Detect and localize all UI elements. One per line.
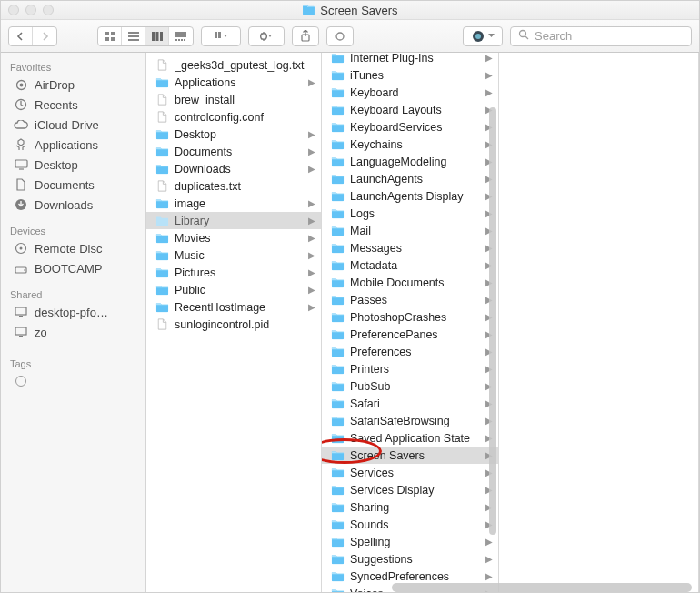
folder-icon: [331, 415, 345, 427]
list-item[interactable]: Music▶: [146, 246, 321, 264]
list-item[interactable]: Keychains▶: [322, 136, 498, 153]
svg-rect-7: [152, 32, 155, 41]
search-field[interactable]: Search: [510, 26, 692, 46]
svg-rect-4: [128, 32, 139, 34]
list-item[interactable]: Pictures▶: [146, 264, 321, 281]
list-item[interactable]: sunlogincontrol.pid: [146, 316, 321, 333]
list-item[interactable]: duplicates.txt: [146, 177, 321, 195]
svg-point-23: [475, 34, 481, 39]
item-label: Suggestions: [350, 553, 480, 566]
sidebar-item-bootcamp[interactable]: BOOTCAMP: [1, 258, 145, 278]
list-item[interactable]: brew_install: [146, 91, 321, 108]
list-item[interactable]: Internet Plug-Ins▶: [322, 53, 498, 66]
chevron-right-icon: ▶: [485, 571, 493, 581]
minimize-button[interactable]: [25, 5, 36, 15]
svg-rect-16: [218, 32, 221, 35]
list-view-button[interactable]: [122, 27, 145, 45]
icon-view-button[interactable]: [98, 27, 122, 45]
folder-icon: [331, 363, 345, 375]
share-button[interactable]: [292, 26, 319, 46]
sidebar-item-shared-1[interactable]: desktop-pfo…: [1, 302, 145, 322]
list-item[interactable]: image▶: [146, 195, 321, 212]
list-item[interactable]: Screen Savers▶: [322, 447, 498, 464]
scrollbar-vertical[interactable]: [489, 107, 496, 535]
sidebar-item-recents[interactable]: Recents: [1, 95, 145, 115]
item-label: PreferencePanes: [350, 328, 480, 341]
sidebar-item-shared-2[interactable]: zo: [1, 322, 145, 342]
sidebar-item-remote-disc[interactable]: Remote Disc: [1, 238, 145, 258]
list-item[interactable]: PubSub▶: [322, 377, 498, 395]
list-item[interactable]: PhotoshopCrashes▶: [322, 308, 498, 326]
list-item[interactable]: Printers▶: [322, 360, 498, 377]
sidebar-item-desktop[interactable]: Desktop: [1, 155, 145, 175]
search-icon: [518, 29, 529, 43]
folder-icon: [331, 553, 345, 565]
svg-rect-2: [105, 37, 109, 41]
list-item[interactable]: Logs▶: [322, 205, 498, 222]
gallery-view-button[interactable]: [169, 27, 193, 45]
list-item[interactable]: Sounds▶: [322, 516, 498, 533]
sidebar-item-apps[interactable]: Applications: [1, 135, 145, 155]
list-item[interactable]: Passes▶: [322, 291, 498, 308]
list-item[interactable]: KeyboardServices▶: [322, 118, 498, 136]
sidebar-item-icloud[interactable]: iCloud Drive: [1, 115, 145, 135]
list-item[interactable]: LaunchAgents Display▶: [322, 187, 498, 205]
list-item[interactable]: Desktop▶: [146, 126, 321, 143]
list-item[interactable]: Messages▶: [322, 239, 498, 256]
list-item[interactable]: Sharing▶: [322, 498, 498, 516]
item-label: Downloads: [175, 163, 303, 176]
list-item[interactable]: Downloads▶: [146, 160, 321, 177]
document-icon: [155, 180, 169, 192]
action-button[interactable]: [248, 26, 285, 46]
folder-icon: [331, 570, 345, 582]
tags-button[interactable]: [326, 26, 354, 46]
close-button[interactable]: [8, 5, 19, 15]
svg-rect-34: [15, 307, 26, 315]
item-label: Screen Savers: [350, 449, 480, 462]
list-item[interactable]: Public▶: [146, 281, 321, 298]
list-item[interactable]: Metadata▶: [322, 256, 498, 274]
sidebar-item-downloads[interactable]: Downloads: [1, 195, 145, 215]
list-item[interactable]: RecentHostImage▶: [146, 298, 321, 316]
list-item[interactable]: Library▶: [146, 212, 321, 229]
list-item[interactable]: controlconfig.conf: [146, 108, 321, 126]
list-item[interactable]: Movies▶: [146, 229, 321, 246]
sidebar-item-documents[interactable]: Documents: [1, 175, 145, 195]
list-item[interactable]: Services Display▶: [322, 481, 498, 498]
sidebar-tag-all[interactable]: [1, 371, 145, 391]
list-item[interactable]: PreferencePanes▶: [322, 326, 498, 343]
folder-icon: [331, 225, 345, 236]
user-button[interactable]: [463, 26, 503, 46]
back-button[interactable]: [9, 27, 33, 45]
sidebar-item-airdrop[interactable]: AirDrop: [1, 75, 145, 95]
svg-rect-5: [128, 35, 139, 37]
list-item[interactable]: Saved Application State▶: [322, 429, 498, 447]
list-item[interactable]: Keyboard Layouts▶: [322, 101, 498, 118]
item-label: Services Display: [350, 484, 480, 497]
column-view-button[interactable]: [145, 27, 169, 45]
list-item[interactable]: Mail▶: [322, 222, 498, 239]
list-item[interactable]: Mobile Documents▶: [322, 274, 498, 291]
list-item[interactable]: iTunes▶: [322, 66, 498, 84]
list-item[interactable]: LaunchAgents▶: [322, 170, 498, 187]
scrollbar-horizontal[interactable]: [392, 583, 692, 592]
folder-icon: [155, 163, 169, 175]
list-item[interactable]: Preferences▶: [322, 343, 498, 360]
arrange-button[interactable]: [201, 26, 241, 46]
list-item[interactable]: Spelling▶: [322, 533, 498, 550]
list-item[interactable]: LanguageModeling▶: [322, 153, 498, 170]
list-item[interactable]: Documents▶: [146, 143, 321, 160]
list-item[interactable]: Suggestions▶: [322, 550, 498, 568]
list-item[interactable]: Safari▶: [322, 395, 498, 412]
item-label: Services: [350, 467, 480, 479]
folder-icon: [155, 284, 169, 296]
list-item[interactable]: Applications▶: [146, 74, 321, 91]
folder-icon: [331, 449, 345, 461]
zoom-button[interactable]: [43, 5, 54, 15]
list-item[interactable]: Services▶: [322, 464, 498, 481]
list-item[interactable]: _geeks3d_gputest_log.txt: [146, 56, 321, 74]
forward-button[interactable]: [33, 27, 56, 45]
svg-rect-12: [178, 39, 180, 41]
list-item[interactable]: Keyboard▶: [322, 84, 498, 101]
list-item[interactable]: SafariSafeBrowsing▶: [322, 412, 498, 429]
